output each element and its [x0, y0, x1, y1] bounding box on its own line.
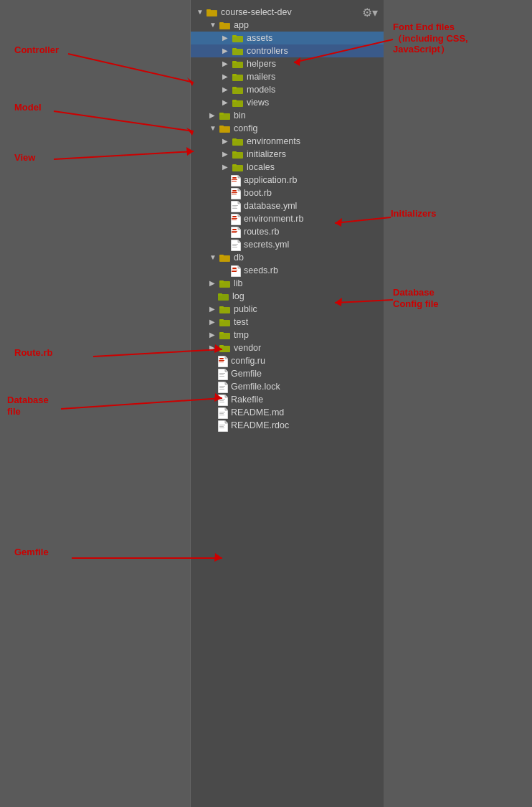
tree-item-environments[interactable]: ▶ environments [191, 135, 384, 148]
tree-item-helpers[interactable]: ▶ helpers [191, 57, 384, 70]
folder-icon [219, 111, 231, 120]
svg-rect-26 [232, 151, 237, 154]
item-label: log [232, 291, 244, 301]
svg-rect-83 [219, 362, 224, 362]
tree-item-models[interactable]: ▶ models [191, 83, 384, 96]
file-icon [231, 240, 241, 250]
tree-item-public[interactable]: ▶ public [191, 303, 384, 316]
folder-arrow[interactable]: ▶ [222, 98, 231, 107]
svg-rect-91 [219, 386, 225, 387]
tree-item-tmp[interactable]: ▶ tmp [191, 329, 384, 341]
item-label: application.rb [244, 175, 297, 185]
tree-item-config[interactable]: ▼ config [191, 122, 384, 135]
tree-item-log[interactable]: log [191, 290, 384, 303]
folder-arrow[interactable]: ▼ [209, 253, 218, 262]
item-label: db [234, 253, 244, 263]
folder-arrow[interactable]: ▶ [222, 137, 231, 146]
tree-item-bin[interactable]: ▶ bin [191, 109, 384, 122]
svg-rect-11 [232, 61, 237, 63]
svg-rect-52 [232, 231, 237, 232]
folder-arrow[interactable]: ▶ [222, 60, 231, 68]
folder-arrow[interactable]: ▶ [222, 34, 231, 42]
tree-item-application.rb[interactable]: application.rb [191, 174, 384, 187]
tree-item-initializers[interactable]: ▶ initializers [191, 148, 384, 161]
tree-item-README.rdoc[interactable]: README.rdoc [191, 419, 384, 432]
tree-item-seeds.rb[interactable]: seeds.rb [191, 264, 384, 277]
svg-rect-38 [232, 194, 237, 194]
folder-icon [219, 305, 231, 313]
folder-arrow[interactable]: ▶ [209, 318, 218, 326]
folder-icon [219, 21, 231, 29]
ruby-file-icon [231, 188, 241, 198]
item-label: models [247, 85, 275, 95]
tree-item-database.yml[interactable]: database.yml [191, 199, 384, 212]
tree-item-routes.rb[interactable]: routes.rb [191, 225, 384, 238]
item-label: views [247, 98, 269, 108]
item-label: course-select-dev [221, 7, 292, 17]
folder-icon [206, 8, 218, 16]
folder-arrow[interactable]: ▶ [209, 331, 218, 339]
tree-item-db[interactable]: ▼ db [191, 251, 384, 264]
folder-arrow[interactable]: ▶ [209, 344, 218, 352]
ruby-file-icon [231, 175, 241, 185]
tree-item-vendor[interactable]: ▶ vendor [191, 341, 384, 354]
item-label: boot.rb [244, 188, 272, 198]
svg-rect-48 [232, 220, 237, 220]
svg-rect-28 [232, 164, 237, 166]
tree-item-boot.rb[interactable]: boot.rb [191, 187, 384, 199]
item-label: Gemfile [231, 369, 262, 379]
tree-item-lib[interactable]: ▶ lib [191, 277, 384, 290]
folder-arrow[interactable]: ▶ [209, 111, 218, 120]
item-label: assets [247, 33, 272, 43]
folder-arrow[interactable]: ▶ [222, 47, 231, 55]
item-label: test [234, 317, 248, 327]
file-icon [218, 395, 228, 405]
svg-rect-17 [232, 100, 237, 102]
item-label: config [234, 123, 257, 133]
folder-arrow[interactable]: ▶ [209, 305, 218, 313]
svg-rect-64 [232, 268, 237, 269]
tree-item-views[interactable]: ▶ views [191, 96, 384, 109]
gear-icon[interactable]: ⚙▾ [362, 6, 378, 19]
svg-rect-68 [219, 280, 224, 283]
folder-arrow[interactable]: ▶ [222, 72, 231, 81]
tree-item-assets[interactable]: ▶ assets [191, 32, 384, 44]
file-icon [218, 369, 228, 379]
folder-arrow[interactable]: ▼ [209, 21, 218, 29]
annotation-gemfile: Gemfile [14, 547, 49, 558]
annotation-controller: Controller [14, 44, 59, 56]
item-label: helpers [247, 59, 276, 69]
tree-item-course-select-dev[interactable]: ▼ course-select-dev [191, 6, 384, 19]
svg-marker-40 [238, 201, 241, 204]
tree-item-config.ru[interactable]: config.ru [191, 354, 384, 367]
folder-arrow[interactable]: ▼ [196, 8, 205, 16]
folder-arrow[interactable]: ▶ [209, 279, 218, 288]
tree-item-Gemfile[interactable]: Gemfile [191, 367, 384, 380]
folder-icon [219, 318, 231, 326]
annotation-route: Route.rb [14, 347, 52, 359]
item-label: environments [247, 136, 300, 146]
folder-arrow[interactable]: ▶ [222, 163, 231, 171]
svg-rect-103 [219, 415, 224, 415]
tree-item-test[interactable]: ▶ test [191, 316, 384, 329]
folder-arrow[interactable]: ▶ [222, 150, 231, 159]
tree-item-locales[interactable]: ▶ locales [191, 161, 384, 174]
annotation-database-config: DatabaseConfig file [393, 287, 439, 309]
svg-rect-70 [218, 293, 222, 296]
tree-item-Rakefile[interactable]: Rakefile [191, 393, 384, 406]
tree-item-secrets.yml[interactable]: secrets.yml [191, 238, 384, 251]
folder-arrow[interactable]: ▶ [222, 85, 231, 94]
folder-arrow[interactable]: ▼ [209, 124, 218, 133]
tree-item-Gemfile.lock[interactable]: Gemfile.lock [191, 380, 384, 393]
svg-marker-100 [225, 407, 228, 410]
tree-item-environment.rb[interactable]: environment.rb [191, 212, 384, 225]
tree-item-controllers[interactable]: ▶ controllers [191, 44, 384, 57]
tree-item-README.md[interactable]: README.md [191, 406, 384, 419]
item-label: bin [234, 110, 246, 121]
svg-rect-78 [219, 345, 224, 347]
tree-item-mailers[interactable]: ▶ mailers [191, 70, 384, 83]
tree-item-app[interactable]: ▼ app [191, 19, 384, 32]
svg-rect-22 [220, 127, 229, 132]
folder-icon [232, 47, 244, 55]
item-label: seeds.rb [244, 265, 278, 275]
